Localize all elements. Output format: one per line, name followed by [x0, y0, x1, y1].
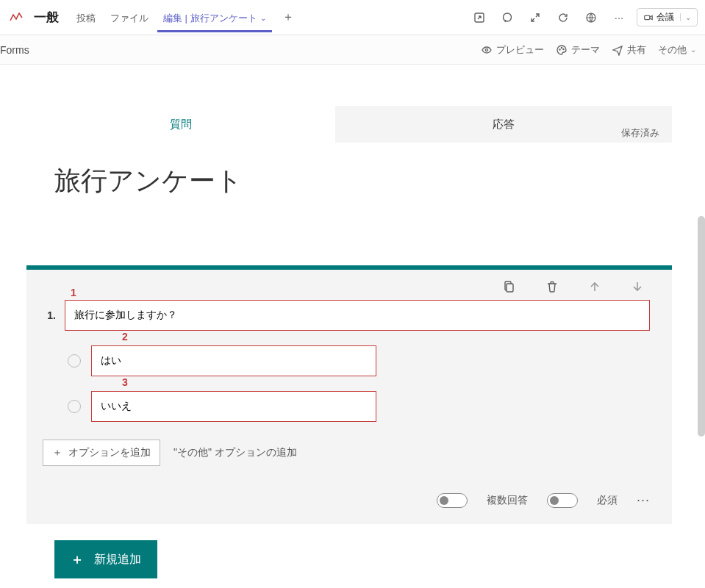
forms-subbar: Forms プレビュー テーマ 共有 その他 ⌄ [0, 35, 705, 65]
svg-point-7 [563, 49, 564, 49]
chevron-down-icon[interactable]: ⌄ [680, 13, 691, 21]
plus-icon: ＋ [71, 551, 84, 568]
multi-answer-toggle[interactable] [437, 493, 468, 508]
meeting-button[interactable]: 会議 ⌄ [637, 8, 698, 26]
svg-point-6 [561, 47, 562, 48]
meeting-button-label: 会議 [656, 11, 674, 24]
teams-top-right: ··· 会議 ⌄ [469, 7, 698, 28]
more-icon[interactable]: ··· [609, 7, 629, 28]
tab-edit-form[interactable]: 編集 | 旅行アンケート ⌄ [157, 3, 272, 32]
required-toggle[interactable] [547, 493, 578, 508]
question-footer: 複数回答 必須 ··· [43, 492, 650, 508]
chevron-down-icon: ⌄ [690, 46, 696, 54]
expand-icon[interactable] [525, 7, 545, 28]
copy-icon[interactable] [503, 280, 516, 297]
move-up-icon[interactable] [588, 280, 601, 297]
form-body: 旅行アンケート [26, 143, 672, 586]
eye-icon [481, 44, 493, 56]
theme-label: テーマ [571, 43, 600, 57]
form-container: 質問 応答 旅行アンケート [26, 106, 672, 586]
question-text-row: 1 1. [43, 300, 650, 331]
tab-questions[interactable]: 質問 [26, 106, 335, 143]
question-number: 1. [43, 309, 56, 321]
add-tab-button[interactable]: ＋ [275, 7, 301, 28]
vertical-scrollbar[interactable] [698, 216, 705, 437]
chat-icon[interactable] [497, 7, 518, 28]
tab-posts[interactable]: 投稿 [71, 3, 101, 32]
channel-name: 一般 [34, 9, 59, 26]
theme-button[interactable]: テーマ [556, 43, 600, 57]
move-down-icon[interactable] [631, 280, 644, 297]
tab-edit-form-label: 編集 | 旅行アンケート [163, 12, 257, 25]
camera-icon [643, 12, 654, 23]
svg-point-1 [504, 13, 512, 21]
trash-icon[interactable] [545, 280, 559, 297]
form-tabs: 質問 応答 [26, 106, 672, 143]
plus-icon: ＋ [52, 446, 62, 459]
share-button[interactable]: 共有 [612, 43, 646, 57]
preview-button[interactable]: プレビュー [481, 43, 544, 57]
other-label: その他 [658, 43, 687, 57]
question-toolbar [43, 280, 650, 300]
pinned-chart-icon [7, 9, 25, 26]
send-icon [612, 44, 623, 56]
add-question-label: 新規追加 [94, 552, 141, 567]
palette-icon [556, 44, 568, 56]
forms-actions: プレビュー テーマ 共有 その他 ⌄ [481, 43, 696, 57]
svg-point-4 [485, 49, 487, 51]
radio-indicator [68, 354, 81, 368]
forms-workspace: 保存済み 質問 応答 旅行アンケート [0, 106, 705, 588]
form-title[interactable]: 旅行アンケート [54, 163, 644, 199]
option-input-2[interactable] [91, 391, 376, 422]
annotation-marker-2: 2 [122, 331, 128, 343]
question-card: 1 1. 2 3 ＋ オプションを追加 [26, 265, 672, 524]
svg-rect-8 [507, 284, 513, 292]
chevron-down-icon: ⌄ [260, 14, 266, 22]
refresh-icon[interactable] [553, 7, 573, 28]
svg-rect-3 [645, 15, 650, 19]
globe-icon[interactable] [581, 7, 601, 28]
forms-app-title: Forms [0, 44, 29, 56]
annotation-marker-1: 1 [71, 287, 76, 298]
question-add-option-row: ＋ オプションを追加 "その他" オプションの追加 [43, 440, 650, 466]
svg-point-5 [559, 49, 560, 49]
radio-indicator [68, 400, 81, 413]
add-option-button[interactable]: ＋ オプションを追加 [43, 440, 160, 466]
option-row-2: 3 [68, 391, 650, 422]
option-input-1[interactable] [91, 345, 376, 376]
required-label: 必須 [597, 494, 618, 507]
teams-channel-tabbar: 一般 投稿 ファイル 編集 | 旅行アンケート ⌄ ＋ ··· 会議 ⌄ [0, 0, 705, 35]
preview-label: プレビュー [496, 43, 544, 57]
question-more-icon[interactable]: ··· [637, 492, 650, 508]
add-option-label: オプションを追加 [68, 446, 151, 459]
option-row-1: 2 [68, 345, 650, 376]
multi-answer-label: 複数回答 [487, 494, 528, 507]
annotation-marker-3: 3 [122, 376, 128, 388]
teams-tabs: 投稿 ファイル 編集 | 旅行アンケート ⌄ ＋ [71, 3, 301, 32]
add-question-button[interactable]: ＋ 新規追加 [54, 540, 157, 578]
question-text-input[interactable] [65, 300, 650, 331]
add-other-option-button[interactable]: "その他" オプションの追加 [173, 446, 297, 459]
saved-status: 保存済み [621, 126, 659, 140]
popout-icon[interactable] [469, 7, 490, 28]
other-button[interactable]: その他 ⌄ [658, 43, 696, 57]
tab-files[interactable]: ファイル [104, 3, 154, 32]
share-label: 共有 [627, 43, 646, 57]
